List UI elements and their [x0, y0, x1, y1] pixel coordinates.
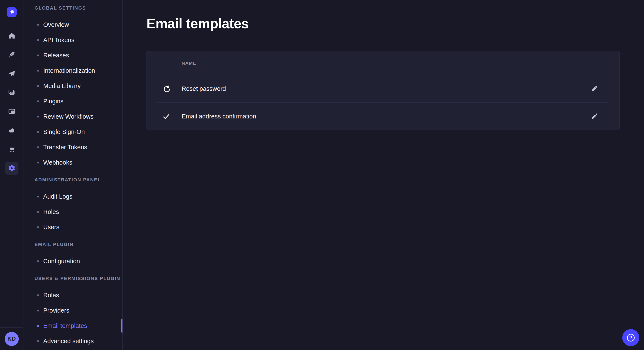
- sidebar-item-label: Advanced settings: [43, 338, 94, 345]
- bullet-dot-icon: [37, 116, 39, 118]
- rail-button-media-library[interactable]: [5, 86, 18, 99]
- sidebar-item-configuration[interactable]: Configuration: [24, 253, 122, 269]
- sidebar-item-providers[interactable]: Providers: [24, 303, 122, 318]
- sidebar-item-roles[interactable]: Roles: [24, 204, 122, 219]
- sidebar-item-label: Transfer Tokens: [43, 144, 87, 151]
- sidebar-item-transfer-tokens[interactable]: Transfer Tokens: [24, 140, 122, 155]
- sidebar-item-label: Email templates: [43, 322, 87, 329]
- email-templates-table: NAME Reset passwordEmail address confirm…: [146, 51, 620, 130]
- rail-button-layout[interactable]: [5, 105, 18, 118]
- rail-button-cart[interactable]: [5, 143, 18, 156]
- template-name: Reset password: [182, 85, 226, 92]
- nav-section-items: Audit LogsRolesUsers: [24, 189, 122, 235]
- bullet-dot-icon: [37, 310, 39, 312]
- sidebar-item-label: Roles: [43, 208, 59, 215]
- bullet-dot-icon: [37, 260, 39, 262]
- bullet-dot-icon: [37, 162, 39, 164]
- bullet-dot-icon: [37, 226, 39, 228]
- rail-button-paper-plane[interactable]: [5, 67, 18, 80]
- sidebar-item-label: Internationalization: [43, 67, 95, 74]
- bullet-dot-icon: [37, 131, 39, 133]
- nav-section-items: RolesProvidersEmail templatesAdvanced se…: [24, 288, 122, 349]
- sidebar-item-label: Single Sign-On: [43, 128, 85, 136]
- rail-button-home[interactable]: [5, 29, 18, 42]
- sidebar-item-api-tokens[interactable]: API Tokens: [24, 32, 122, 48]
- nav-section-header: GLOBAL SETTINGS: [24, 0, 122, 16]
- sidebar-item-label: Roles: [43, 292, 59, 299]
- sidebar-item-label: Configuration: [43, 258, 80, 265]
- edit-template-button[interactable]: [589, 83, 600, 94]
- paper-plane-icon: [8, 70, 15, 77]
- pencil-icon: [590, 113, 598, 120]
- sidebar-item-media-library[interactable]: Media Library: [24, 78, 122, 94]
- table-header: NAME: [147, 51, 620, 75]
- bullet-dot-icon: [37, 146, 39, 148]
- help-button[interactable]: ?: [622, 329, 639, 346]
- rail-icon-list: [0, 24, 23, 180]
- sidebar-item-internationalization[interactable]: Internationalization: [24, 63, 122, 78]
- table-body: Reset passwordEmail address confirmation: [147, 75, 620, 130]
- sidebar-item-webhooks[interactable]: Webhooks: [24, 155, 122, 170]
- sidebar-item-email-templates[interactable]: Email templates: [24, 318, 122, 334]
- bullet-dot-icon: [37, 24, 39, 26]
- bullet-dot-icon: [37, 325, 39, 327]
- settings-sidebar: GLOBAL SETTINGSOverviewAPI TokensRelease…: [24, 0, 123, 350]
- strapi-logo-icon[interactable]: [7, 7, 16, 17]
- refresh-icon: [162, 85, 170, 93]
- gear-icon: [8, 164, 16, 172]
- sidebar-item-overview[interactable]: Overview: [24, 17, 122, 32]
- bullet-dot-icon: [37, 39, 39, 41]
- template-name: Email address confirmation: [182, 113, 256, 120]
- bullet-dot-icon: [37, 340, 39, 342]
- column-header-name: NAME: [182, 61, 196, 66]
- nav-section-header: ADMINISTRATION PANEL: [24, 172, 122, 187]
- sidebar-item-label: Plugins: [43, 98, 64, 105]
- nav-section: GLOBAL SETTINGSOverviewAPI TokensRelease…: [24, 0, 122, 170]
- table-row[interactable]: Email address confirmation: [147, 103, 620, 130]
- nav-section: EMAIL PLUGINConfiguration: [24, 237, 122, 269]
- strapi-admin-app: KD GLOBAL SETTINGSOverviewAPI TokensRele…: [0, 0, 644, 350]
- cart-icon: [8, 146, 15, 153]
- bullet-dot-icon: [37, 100, 39, 102]
- table-row[interactable]: Reset password: [147, 75, 620, 103]
- media-library-icon: [8, 89, 15, 96]
- layout-icon: [8, 108, 15, 115]
- sidebar-item-users[interactable]: Users: [24, 219, 122, 235]
- sidebar-item-review-workflows[interactable]: Review Workflows: [24, 109, 122, 124]
- main-content: Email templates NAME Reset passwordEmail…: [123, 0, 644, 350]
- feather-icon: [8, 51, 15, 58]
- sidebar-item-label: Providers: [43, 307, 70, 314]
- sidebar-item-label: Audit Logs: [43, 193, 72, 200]
- sidebar-item-label: Media Library: [43, 82, 81, 90]
- rail-button-feather[interactable]: [5, 48, 18, 61]
- bullet-dot-icon: [37, 70, 39, 72]
- sidebar-item-releases[interactable]: Releases: [24, 48, 122, 63]
- sidebar-item-single-sign-on[interactable]: Single Sign-On: [24, 124, 122, 140]
- sidebar-item-label: Users: [43, 224, 60, 231]
- rail-button-cloud[interactable]: [5, 124, 18, 137]
- sidebar-item-plugins[interactable]: Plugins: [24, 94, 122, 109]
- pencil-icon: [590, 85, 598, 93]
- nav-section-items: Configuration: [24, 253, 122, 269]
- sidebar-item-label: Webhooks: [43, 159, 72, 166]
- nav-section-items: OverviewAPI TokensReleasesInternationali…: [24, 17, 122, 170]
- sidebar-item-label: Review Workflows: [43, 113, 94, 120]
- edit-template-button[interactable]: [589, 111, 600, 122]
- nav-section-header: USERS & PERMISSIONS PLUGIN: [24, 271, 122, 286]
- sidebar-item-roles[interactable]: Roles: [24, 288, 122, 303]
- page-title: Email templates: [146, 16, 249, 31]
- logo-area: [0, 0, 23, 24]
- sidebar-item-audit-logs[interactable]: Audit Logs: [24, 189, 122, 204]
- bullet-dot-icon: [37, 54, 39, 56]
- bullet-dot-icon: [37, 85, 39, 87]
- bullet-dot-icon: [37, 211, 39, 213]
- sidebar-item-advanced-settings[interactable]: Advanced settings: [24, 334, 122, 349]
- sidebar-item-label: Releases: [43, 52, 69, 59]
- rail-button-gear[interactable]: [5, 162, 18, 175]
- avatar[interactable]: KD: [5, 332, 19, 346]
- bullet-dot-icon: [37, 294, 39, 296]
- nav-section-header: EMAIL PLUGIN: [24, 237, 122, 252]
- sidebar-item-label: API Tokens: [43, 37, 74, 44]
- question-mark-icon: ?: [627, 334, 635, 342]
- bullet-dot-icon: [37, 196, 39, 197]
